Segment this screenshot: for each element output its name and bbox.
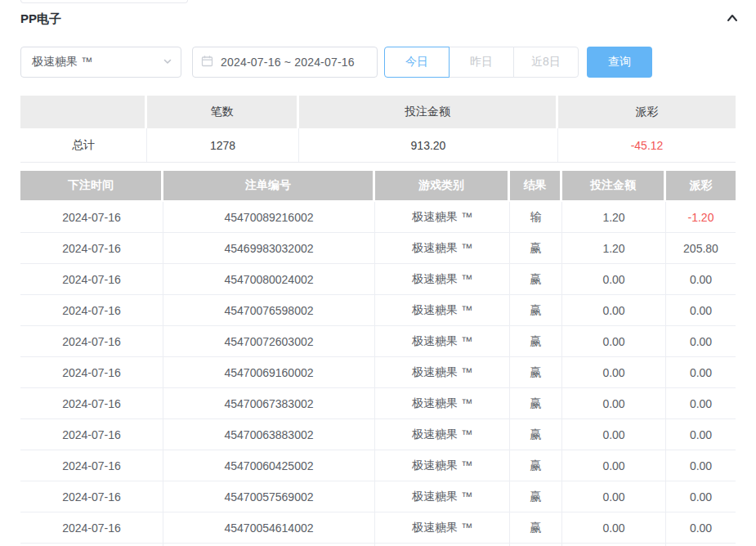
cell-game-category: 极速糖果 ™ [375,481,510,512]
summary-table: 笔数 投注金额 派彩 总计 1278 913.20 -45.12 [20,96,736,163]
cell-order-number: 45470080024002 [163,264,375,294]
cell-bet-amount: 0.00 [562,326,666,356]
cell-payout: 0.00 [666,450,736,481]
cell-payout: 0.00 [666,264,736,294]
cell-result: 赢 [510,481,562,512]
col-header-payout: 派彩 [666,171,736,200]
col-header-bet-amount: 投注金额 [562,171,666,200]
cell-result: 赢 [510,264,562,294]
cell-bet-amount: 0.00 [562,264,666,294]
chevron-up-icon [725,11,740,28]
quick-range-group: 今日 昨日 近8日 [384,47,579,78]
cell-game-category: 极速糖果 ™ [375,512,510,543]
cell-bet-time: 2024-07-16 [20,233,163,263]
cell-bet-amount: 0.00 [562,295,666,325]
cell-game-category: 极速糖果 ™ [375,388,510,418]
cell-payout: 0.00 [666,326,736,356]
cell-result: 赢 [510,357,562,387]
bet-records-panel: PP电子 极速糖果 ™ [0,0,756,546]
cell-bet-time: 2024-07-16 [20,357,163,387]
cell-result: 赢 [510,450,562,481]
summary-total-count: 1278 [147,128,299,162]
game-select-value: 极速糖果 ™ [32,55,92,69]
cell-order-number: 45470069160002 [163,357,375,387]
cell-result: 赢 [510,388,562,418]
cell-game-category: 极速糖果 ™ [375,450,510,481]
summary-total-row: 总计 1278 913.20 -45.12 [20,128,736,163]
col-header-bet-time: 下注时间 [20,171,163,200]
cell-bet-amount: 0.00 [562,357,666,387]
col-header-result: 结果 [510,171,562,200]
cell-result: 赢 [510,233,562,263]
chevron-down-icon [163,56,172,69]
summary-header-payout: 派彩 [558,96,736,128]
table-row: 2024-07-16 45470076598002 极速糖果 ™ 赢 0.00 … [20,295,736,326]
table-row: 2024-07-16 45470069160002 极速糖果 ™ 赢 0.00 … [20,357,736,388]
bet-records-table: 下注时间 注单编号 游戏类别 结果 投注金额 派彩 2024-07-16 454… [20,171,736,546]
cell-payout: 0.00 [666,295,736,325]
table-row: 2024-07-16 45470072603002 极速糖果 ™ 赢 0.00 … [20,326,736,357]
summary-header-corner [20,96,147,128]
table-row: 2024-07-16 45470089216002 极速糖果 ™ 输 1.20 … [20,202,736,233]
cell-bet-amount: 0.00 [562,512,666,543]
quick-range-today-button[interactable]: 今日 [384,47,450,78]
table-row: 2024-07-16 45470054614002 极速糖果 ™ 赢 0.00 … [20,512,736,544]
cell-bet-amount: 0.00 [562,450,666,481]
cell-game-category: 极速糖果 ™ [375,202,510,232]
cell-order-number: 45469983032002 [163,233,375,263]
table-row: 2024-07-16 45469983032002 极速糖果 ™ 赢 1.20 … [20,233,736,264]
summary-header-count: 笔数 [147,96,299,128]
cell-bet-time: 2024-07-16 [20,481,163,512]
summary-total-payout: -45.12 [558,128,736,162]
cell-game-category: 极速糖果 ™ [375,264,510,294]
cell-bet-amount: 0.00 [562,419,666,450]
cell-bet-time: 2024-07-16 [20,264,163,294]
cell-bet-amount: 0.00 [562,388,666,418]
quick-range-last8days-button[interactable]: 近8日 [513,47,579,78]
cell-result: 赢 [510,295,562,325]
cell-order-number: 45470076598002 [163,295,375,325]
cell-result: 输 [510,202,562,232]
cell-bet-amount: 0.00 [562,481,666,512]
date-range-input[interactable]: 2024-07-16 ~ 2024-07-16 [192,47,378,78]
table-row: 2024-07-16 45470080024002 极速糖果 ™ 赢 0.00 … [20,264,736,295]
cell-game-category: 极速糖果 ™ [375,233,510,263]
cell-payout: 0.00 [666,357,736,387]
cell-game-category: 极速糖果 ™ [375,326,510,356]
table-body: 2024-07-16 45470089216002 极速糖果 ™ 输 1.20 … [20,202,736,544]
panel-header: PP电子 [0,0,756,29]
cell-bet-time: 2024-07-16 [20,450,163,481]
summary-header-bet-amount: 投注金额 [299,96,558,128]
cell-payout: 0.00 [666,419,736,450]
table-row: 2024-07-16 45470060425002 极速糖果 ™ 赢 0.00 … [20,450,736,481]
collapse-panel-button[interactable] [723,9,741,29]
cell-result: 赢 [510,326,562,356]
cell-bet-time: 2024-07-16 [20,419,163,450]
filter-toolbar: 极速糖果 ™ 2024-07-16 ~ 2024-07-16 今日 昨日 [20,47,756,78]
cell-game-category: 极速糖果 ™ [375,419,510,450]
table-header-row: 下注时间 注单编号 游戏类别 结果 投注金额 派彩 [20,171,736,200]
cutoff-element-top [20,0,188,3]
cell-game-category: 极速糖果 ™ [375,357,510,387]
cell-payout: 0.00 [666,512,736,543]
search-button[interactable]: 查询 [587,47,652,78]
cell-payout: 0.00 [666,388,736,418]
game-select[interactable]: 极速糖果 ™ [20,47,181,78]
cell-payout: -1.20 [666,202,736,232]
cell-result: 赢 [510,419,562,450]
cell-bet-amount: 1.20 [562,233,666,263]
cell-bet-time: 2024-07-16 [20,326,163,356]
cell-bet-time: 2024-07-16 [20,295,163,325]
cell-order-number: 45470060425002 [163,450,375,481]
cell-order-number: 45470057569002 [163,481,375,512]
summary-header-row: 笔数 投注金额 派彩 [20,96,736,128]
calendar-icon [201,55,213,69]
cell-order-number: 45470089216002 [163,202,375,232]
cell-order-number: 45470054614002 [163,512,375,543]
table-row: 2024-07-16 45470057569002 极速糖果 ™ 赢 0.00 … [20,481,736,512]
table-row: 2024-07-16 45470063883002 极速糖果 ™ 赢 0.00 … [20,419,736,450]
summary-total-bet-amount: 913.20 [299,128,558,162]
col-header-order-number: 注单编号 [163,171,375,200]
cell-bet-time: 2024-07-16 [20,388,163,418]
quick-range-yesterday-button[interactable]: 昨日 [449,47,514,78]
